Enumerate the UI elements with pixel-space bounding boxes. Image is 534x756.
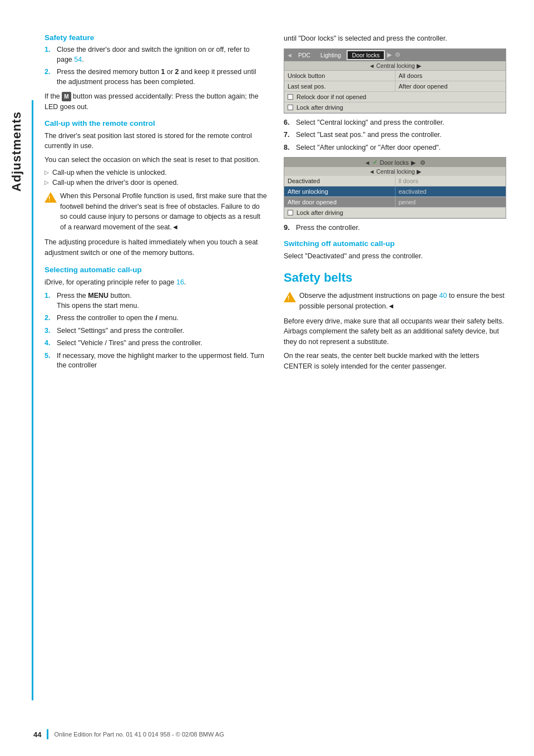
auto-callup-title: Selecting automatic call-up bbox=[44, 266, 267, 274]
step-num: 1. bbox=[44, 45, 55, 65]
step-9: 9. Press the controller. bbox=[284, 223, 506, 232]
idrive-top-bar2: ◄ ✓ Door locks ▶ ⚙ bbox=[284, 158, 506, 167]
bullet-text: Call-up when the vehicle is unlocked. bbox=[52, 169, 167, 176]
list-item: 1. Close the driver's door and switch th… bbox=[44, 45, 267, 65]
tab-arrow-left: ◄ bbox=[286, 52, 293, 58]
bullet-text: Call-up when the driver's door is opened… bbox=[52, 179, 179, 186]
list-item: 6. Select "Central locking" and press th… bbox=[284, 118, 506, 128]
list-item: 1. Press the MENU button.This opens the … bbox=[44, 291, 267, 311]
checkbox-lock-after bbox=[288, 105, 293, 110]
bullet-2: ▷ Call-up when the driver's door is open… bbox=[44, 179, 267, 186]
step-text: Select "Central locking" and press the c… bbox=[296, 118, 444, 128]
main-content: Safety feature 1. Close the driver's doo… bbox=[33, 0, 534, 756]
warning-icon bbox=[44, 192, 57, 203]
warning-block: When this Personal Profile function is u… bbox=[44, 191, 267, 233]
arrow-icon: ▷ bbox=[44, 169, 49, 175]
step-text: Close the driver's door and switch the i… bbox=[57, 45, 267, 65]
idrive-checkbox-row-lock: Lock after driving bbox=[284, 208, 506, 218]
safety-warning-block: Observe the adjustment instructions on p… bbox=[284, 291, 506, 312]
tab-door-locks: Door locks bbox=[347, 50, 385, 60]
step-text: If necessary, move the highlight marker … bbox=[57, 351, 267, 371]
checkbox-relock bbox=[288, 94, 293, 100]
if-button-text: If the M button was pressed accidentally… bbox=[44, 91, 267, 112]
screen1-wrapper: ◄ PDC Lighting Door locks ▶ ⚙ ◄ Central … bbox=[284, 48, 506, 114]
m-button-icon: M bbox=[62, 92, 71, 101]
warning-triangle-icon bbox=[284, 292, 296, 302]
step-num: 5. bbox=[44, 351, 55, 371]
page-footer: 44 Online Edition for Part no. 01 41 0 0… bbox=[33, 729, 534, 739]
arrow-icon: ▷ bbox=[44, 179, 49, 185]
checkbox-lock-after2 bbox=[288, 210, 293, 215]
step-num: 8. bbox=[284, 143, 294, 153]
cell-all-doors: All doors bbox=[395, 71, 506, 81]
step-text: Select "After unlocking" or "After door … bbox=[296, 143, 441, 153]
step-num: 4. bbox=[44, 338, 55, 348]
cell-after-unlocking: After unlocking bbox=[284, 186, 395, 197]
idrive-row-after-door: After door opened pened bbox=[284, 197, 506, 208]
settings-icon: ⚙ bbox=[395, 51, 400, 58]
safety-warning-text: Observe the adjustment instructions on p… bbox=[299, 291, 506, 312]
cell-last-seat: Last seat pos. bbox=[284, 81, 395, 91]
idrive-screen-1: ◄ PDC Lighting Door locks ▶ ⚙ ◄ Central … bbox=[284, 48, 506, 114]
idrive-row: Last seat pos. After door opened bbox=[284, 81, 506, 92]
idrive-top-bar: ◄ PDC Lighting Door locks ▶ ⚙ bbox=[284, 49, 506, 61]
checkbox-label: Lock after driving bbox=[296, 104, 343, 111]
list-item: 3. Select "Settings" and press the contr… bbox=[44, 326, 267, 336]
step-9-text: Press the controller. bbox=[296, 223, 360, 232]
nav-arrow-right: ▶ bbox=[411, 159, 416, 166]
switching-off-title: Switching off automatic call-up bbox=[284, 239, 506, 248]
tab-lighting: Lighting bbox=[316, 51, 345, 60]
step-num: 3. bbox=[44, 326, 55, 336]
idrive-sub-bar: ◄ Central locking ▶ bbox=[284, 61, 506, 71]
tab-arrow-right: ▶ bbox=[387, 51, 392, 58]
list-item: 2. Press the controller to open the i me… bbox=[44, 313, 267, 323]
callup-title: Call-up with the remote control bbox=[44, 119, 267, 127]
left-column: Safety feature 1. Close the driver's doo… bbox=[44, 33, 267, 734]
idrive-sub-bar2: ◄ Central locking ▶ bbox=[284, 167, 506, 176]
page-link[interactable]: 54 bbox=[74, 56, 82, 63]
page-link-40[interactable]: 40 bbox=[439, 292, 447, 300]
belts-p1: Before every drive, make sure that all o… bbox=[284, 316, 506, 347]
step-num: 6. bbox=[284, 118, 294, 128]
screen2-wrapper: ◄ ✓ Door locks ▶ ⚙ ◄ Central locking ▶ D… bbox=[284, 157, 506, 219]
cell-pened: pened bbox=[395, 197, 506, 207]
step-9-num: 9. bbox=[284, 223, 294, 232]
screen2-title: Door locks bbox=[380, 159, 409, 166]
checkbox-label: Relock door if not opened bbox=[296, 94, 366, 100]
list-item: 2. Press the desired memory button 1 or … bbox=[44, 67, 267, 87]
cell-unlock-button: Unlock button bbox=[284, 71, 395, 81]
safety-belts-title: Safety belts bbox=[284, 271, 506, 285]
idrive-checkbox-row-1: Relock door if not opened bbox=[284, 92, 506, 102]
continue-text: until "Door locks" is selected and press… bbox=[284, 33, 506, 44]
page-number: 44 bbox=[33, 730, 41, 739]
step-text: Select "Last seat pos." and press the co… bbox=[296, 130, 442, 140]
step-num: 2. bbox=[44, 313, 55, 323]
bullet-1: ▷ Call-up when the vehicle is unlocked. bbox=[44, 169, 267, 176]
step-num: 7. bbox=[284, 130, 294, 140]
idrive-checkbox-row-2: Lock after driving bbox=[284, 102, 506, 113]
step-text: Select "Settings" and press the controll… bbox=[57, 326, 184, 336]
auto-steps-list: 1. Press the MENU button.This opens the … bbox=[44, 291, 267, 371]
sidebar-label: Adjustments bbox=[9, 111, 24, 192]
warning-text: When this Personal Profile function is u… bbox=[60, 191, 267, 233]
sidebar: Adjustments bbox=[0, 0, 33, 756]
cell-eactivated: eactivated bbox=[395, 186, 506, 197]
step-num: 1. bbox=[44, 291, 55, 311]
check-icon: ✓ bbox=[373, 159, 378, 166]
page-link-16[interactable]: 16 bbox=[176, 278, 184, 286]
list-item: 8. Select "After unlocking" or "After do… bbox=[284, 143, 506, 153]
adjust-text: The adjusting procedure is halted immedi… bbox=[44, 237, 267, 258]
cell-ll-doors: ll doors bbox=[395, 176, 506, 186]
right-column: until "Door locks" is selected and press… bbox=[284, 33, 506, 734]
idrive-row-after-unlocking: After unlocking eactivated bbox=[284, 186, 506, 197]
step-num: 2. bbox=[44, 67, 55, 87]
checkbox-label2: Lock after driving bbox=[296, 209, 343, 216]
belts-p2: On the rear seats, the center belt buckl… bbox=[284, 351, 506, 372]
step-text: Select "Vehicle / Tires" and press the c… bbox=[57, 338, 202, 348]
nav-arrow-left: ◄ bbox=[364, 159, 370, 166]
list-item: 7. Select "Last seat pos." and press the… bbox=[284, 130, 506, 140]
settings-icon2: ⚙ bbox=[420, 159, 426, 166]
cell-after-door: After door opened bbox=[395, 81, 506, 91]
list-item: 4. Select "Vehicle / Tires" and press th… bbox=[44, 338, 267, 348]
callup-p1: The driver's seat position last stored i… bbox=[44, 131, 267, 152]
